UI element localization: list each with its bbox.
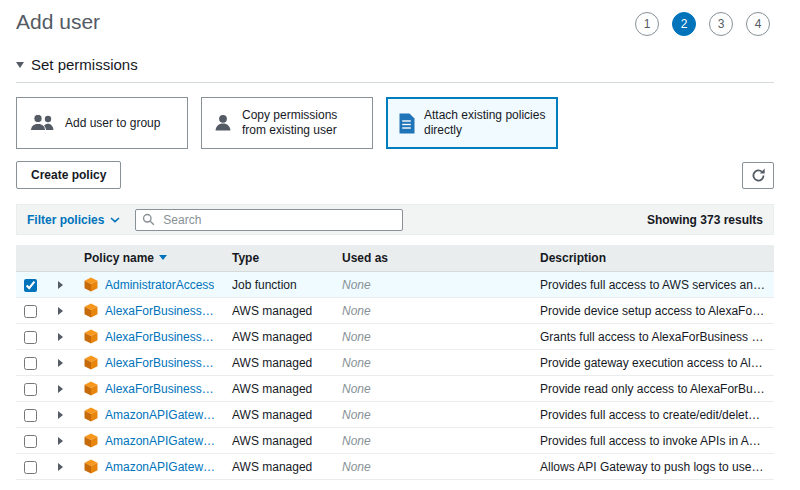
table-row[interactable]: AlexaForBusinessG... AWS managed None Pr… bbox=[16, 350, 774, 376]
policy-used-as: None bbox=[342, 408, 371, 422]
policy-type: AWS managed bbox=[224, 454, 334, 480]
policy-icon bbox=[84, 329, 98, 344]
policy-used-as: None bbox=[342, 382, 371, 396]
policy-description: Allows API Gateway to push logs to user'… bbox=[532, 454, 774, 480]
policy-type: AWS managed bbox=[224, 298, 334, 324]
create-policy-button[interactable]: Create policy bbox=[16, 161, 121, 189]
table-row[interactable]: AmazonAPIGatewa... AWS managed None Prov… bbox=[16, 428, 774, 454]
section-title: Set permissions bbox=[31, 56, 138, 73]
policy-description: Provide device setup access to AlexaForB… bbox=[532, 298, 774, 324]
policy-type: AWS managed bbox=[224, 376, 334, 402]
policy-name-header-label: Policy name bbox=[84, 251, 154, 265]
expand-arrow-icon[interactable] bbox=[58, 307, 63, 315]
policy-used-as: None bbox=[342, 278, 371, 292]
expand-arrow-icon[interactable] bbox=[58, 437, 63, 445]
expand-arrow-icon[interactable] bbox=[58, 333, 63, 341]
policy-type: AWS managed bbox=[224, 324, 334, 350]
col-header-used-as[interactable]: Used as bbox=[334, 245, 532, 272]
group-icon bbox=[28, 113, 56, 133]
policy-icon bbox=[84, 355, 98, 370]
row-checkbox[interactable] bbox=[24, 409, 37, 422]
section-divider bbox=[16, 82, 774, 83]
card-label: Add user to group bbox=[65, 116, 160, 131]
sort-desc-icon bbox=[159, 255, 167, 260]
step-indicator: 1 2 3 4 bbox=[635, 12, 770, 36]
policy-icon bbox=[84, 381, 98, 396]
policies-table: Policy name Type Used as Description Adm… bbox=[16, 245, 774, 480]
expand-arrow-icon[interactable] bbox=[58, 385, 63, 393]
policy-used-as: None bbox=[342, 434, 371, 448]
col-header-type[interactable]: Type bbox=[224, 245, 334, 272]
collapse-triangle-icon[interactable] bbox=[16, 62, 24, 68]
policy-used-as: None bbox=[342, 330, 371, 344]
document-icon bbox=[398, 113, 415, 134]
filter-policies-dropdown[interactable]: Filter policies bbox=[27, 213, 120, 227]
header-arrow-cell bbox=[50, 245, 76, 272]
policy-name-link[interactable]: AlexaForBusinessF... bbox=[105, 330, 216, 344]
table-row[interactable]: AdministratorAccess Job function None Pr… bbox=[16, 272, 774, 298]
card-attach-existing-policies[interactable]: Attach existing policies directly bbox=[386, 97, 558, 149]
table-row[interactable]: AlexaForBusinessR... AWS managed None Pr… bbox=[16, 376, 774, 402]
step-4[interactable]: 4 bbox=[746, 12, 770, 36]
row-checkbox[interactable] bbox=[24, 279, 37, 292]
policy-icon bbox=[84, 277, 98, 292]
row-checkbox[interactable] bbox=[24, 331, 37, 344]
refresh-button[interactable] bbox=[742, 162, 774, 189]
row-checkbox[interactable] bbox=[24, 357, 37, 370]
expand-arrow-icon[interactable] bbox=[58, 359, 63, 367]
policy-used-as: None bbox=[342, 356, 371, 370]
policy-type: Job function bbox=[224, 272, 334, 298]
set-permissions-section-header[interactable]: Set permissions bbox=[16, 56, 774, 73]
policy-toolbar: Create policy bbox=[16, 161, 774, 189]
policy-name-link[interactable]: AlexaForBusinessG... bbox=[105, 356, 216, 370]
policy-used-as: None bbox=[342, 460, 371, 474]
policy-description: Provide gateway execution access to Alex… bbox=[532, 350, 774, 376]
table-row[interactable]: AlexaForBusinessF... AWS managed None Gr… bbox=[16, 324, 774, 350]
row-checkbox[interactable] bbox=[24, 383, 37, 396]
table-row[interactable]: AlexaForBusinessD... AWS managed None Pr… bbox=[16, 298, 774, 324]
user-icon bbox=[213, 113, 233, 133]
policy-used-as: None bbox=[342, 304, 371, 318]
policy-name-link[interactable]: AlexaForBusinessD... bbox=[105, 304, 216, 318]
row-checkbox[interactable] bbox=[24, 461, 37, 474]
policy-type: AWS managed bbox=[224, 428, 334, 454]
policy-description: Provides full access to AWS services and… bbox=[532, 272, 774, 298]
policy-name-link[interactable]: AdministratorAccess bbox=[105, 278, 214, 292]
col-header-description[interactable]: Description bbox=[532, 245, 774, 272]
policy-icon bbox=[84, 459, 98, 474]
policy-icon bbox=[84, 407, 98, 422]
page-title: Add user bbox=[16, 10, 100, 34]
policy-description: Provides full access to invoke APIs in A… bbox=[532, 428, 774, 454]
card-copy-permissions[interactable]: Copy permissions from existing user bbox=[201, 97, 373, 149]
results-count: Showing 373 results bbox=[647, 213, 763, 227]
row-checkbox[interactable] bbox=[24, 435, 37, 448]
search-input[interactable] bbox=[161, 212, 396, 228]
policy-name-link[interactable]: AmazonAPIGatewa... bbox=[105, 460, 216, 474]
policy-name-link[interactable]: AmazonAPIGatewa... bbox=[105, 434, 216, 448]
add-user-page: Add user 1 2 3 4 Set permissions Add use… bbox=[0, 0, 800, 480]
search-box[interactable] bbox=[135, 209, 403, 231]
step-2[interactable]: 2 bbox=[672, 12, 696, 36]
expand-arrow-icon[interactable] bbox=[58, 281, 63, 289]
table-header-row: Policy name Type Used as Description bbox=[16, 245, 774, 272]
row-checkbox[interactable] bbox=[24, 305, 37, 318]
col-header-policy-name[interactable]: Policy name bbox=[76, 245, 224, 272]
policy-description: Grants full access to AlexaForBusiness r… bbox=[532, 324, 774, 350]
table-row[interactable]: AmazonAPIGatewa... AWS managed None Allo… bbox=[16, 454, 774, 480]
table-row[interactable]: AmazonAPIGatewa... AWS managed None Prov… bbox=[16, 402, 774, 428]
card-add-user-to-group[interactable]: Add user to group bbox=[16, 97, 188, 149]
step-3[interactable]: 3 bbox=[709, 12, 733, 36]
policy-name-link[interactable]: AlexaForBusinessR... bbox=[105, 382, 216, 396]
card-label: Attach existing policies directly bbox=[424, 108, 546, 138]
expand-arrow-icon[interactable] bbox=[58, 411, 63, 419]
header-checkbox-cell bbox=[16, 245, 50, 272]
policy-name-link[interactable]: AmazonAPIGatewa... bbox=[105, 408, 216, 422]
policy-icon bbox=[84, 303, 98, 318]
step-1[interactable]: 1 bbox=[635, 12, 659, 36]
card-label: Copy permissions from existing user bbox=[242, 108, 361, 138]
page-header: Add user 1 2 3 4 bbox=[16, 10, 774, 36]
refresh-icon bbox=[751, 168, 766, 183]
policy-icon bbox=[84, 433, 98, 448]
policy-type: AWS managed bbox=[224, 402, 334, 428]
expand-arrow-icon[interactable] bbox=[58, 463, 63, 471]
